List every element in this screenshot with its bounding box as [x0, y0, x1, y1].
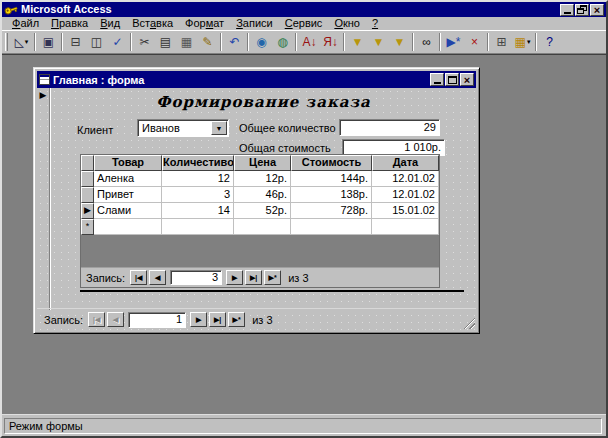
table-cell[interactable] [94, 219, 162, 235]
delete-record-button[interactable]: × [464, 32, 485, 52]
print-preview-button[interactable]: ◫ [86, 32, 107, 52]
help-button[interactable]: ? [539, 32, 560, 52]
new-record-nav-button[interactable]: ▶* [264, 270, 281, 285]
restore-icon [577, 5, 587, 14]
table-cell[interactable]: 138р. [291, 187, 372, 203]
menu-item-edit[interactable]: Правка [45, 17, 94, 30]
record-selector[interactable]: ▶ [81, 203, 94, 219]
app-titlebar[interactable]: Microsoft Access × [2, 2, 606, 17]
combo-dropdown-button[interactable]: ▼ [211, 121, 227, 135]
menu-item-format[interactable]: Формат [179, 17, 230, 30]
datasheet-corner-cell[interactable] [81, 155, 94, 171]
next-record-button[interactable]: ▶ [226, 270, 243, 285]
new-record-nav-button[interactable]: ▶* [228, 312, 245, 327]
table-cell[interactable]: 52р. [234, 203, 291, 219]
undo-button[interactable]: ↶ [224, 32, 245, 52]
table-cell[interactable]: 46р. [234, 187, 291, 203]
help-icon: ? [546, 36, 553, 48]
table-cell[interactable] [372, 219, 439, 235]
form-minimize-button[interactable] [430, 73, 444, 86]
table-cell[interactable]: 14 [162, 203, 234, 219]
form-heading: Формирование заказа [51, 93, 476, 111]
app-restore-button[interactable] [575, 4, 589, 16]
chevron-down-icon: ▼ [216, 125, 223, 132]
menu-item-tools[interactable]: Сервис [279, 17, 329, 30]
filter-by-form-button[interactable]: ▼ [368, 32, 389, 52]
cut-button[interactable]: ✂ [134, 32, 155, 52]
total-quantity-label: Общее количество [239, 122, 336, 134]
new-record-selector[interactable]: * [81, 219, 94, 235]
datasheet-header-row: ТоварКоличестивоЦенаСтоимостьДата [81, 155, 439, 171]
form-maximize-button[interactable] [445, 73, 459, 86]
apply-filter-icon: ▼ [394, 36, 406, 48]
apply-filter-button[interactable]: ▼ [389, 32, 410, 52]
last-record-button[interactable]: ▶| [209, 312, 226, 327]
column-header-1[interactable]: Количестиво [162, 155, 234, 171]
new-record-button[interactable]: ▶* [443, 32, 464, 52]
toolbar-grip[interactable] [5, 33, 8, 51]
table-cell[interactable]: Аленка [94, 171, 162, 187]
total-quantity-field[interactable]: 29 [339, 119, 440, 136]
table-cell[interactable]: Привет [94, 187, 162, 203]
previous-record-button[interactable]: ◀ [149, 270, 166, 285]
record-selector[interactable] [81, 171, 94, 187]
first-record-button[interactable]: |◀ [130, 270, 147, 285]
table-cell[interactable]: Слами [94, 203, 162, 219]
record-number-input[interactable]: 1 [128, 312, 186, 328]
form-titlebar[interactable]: Главная : форма × [37, 71, 476, 88]
menu-item-file[interactable]: Файл [6, 17, 45, 30]
menu-item-help[interactable]: ? [366, 17, 384, 30]
record-label: Запись: [86, 272, 125, 284]
table-cell[interactable] [234, 219, 291, 235]
print-button[interactable]: ⊟ [65, 32, 86, 52]
table-cell[interactable]: 12 [162, 171, 234, 187]
new-object-button[interactable]: ▦▾ [512, 32, 533, 52]
menu-item-insert[interactable]: Вставка [126, 17, 179, 30]
record-selector-bar[interactable]: ▶ [37, 88, 50, 310]
form-close-button[interactable]: × [460, 73, 474, 86]
find-button[interactable]: ∞ [416, 32, 437, 52]
last-record-button[interactable]: ▶| [245, 270, 262, 285]
table-cell[interactable]: 15.01.02 [372, 203, 439, 219]
table-cell[interactable] [162, 219, 234, 235]
app-close-button[interactable]: × [590, 4, 604, 16]
sort-descending-button[interactable]: Я↓ [320, 32, 341, 52]
format-painter-button[interactable]: ✎ [197, 32, 218, 52]
save-button[interactable]: ▣ [38, 32, 59, 52]
next-record-button[interactable]: ▶ [190, 312, 207, 327]
dropdown-arrow-icon[interactable]: ▾ [527, 38, 531, 46]
form-view-button[interactable]: ◺▾ [11, 32, 32, 52]
column-header-2[interactable]: Цена [234, 155, 291, 171]
table-cell[interactable]: 3 [162, 187, 234, 203]
spelling-button[interactable]: ✓ [107, 32, 128, 52]
column-header-0[interactable]: Товар [94, 155, 162, 171]
table-cell[interactable]: 144р. [291, 171, 372, 187]
client-combobox[interactable]: Иванов ▼ [137, 119, 229, 137]
table-cell[interactable]: 12.01.02 [372, 171, 439, 187]
dropdown-arrow-icon[interactable]: ▾ [25, 38, 29, 46]
record-selector[interactable] [81, 187, 94, 203]
first-record-button[interactable]: |◀ [88, 312, 105, 327]
column-header-4[interactable]: Дата [372, 155, 439, 171]
copy-button[interactable]: ▤ [155, 32, 176, 52]
subform-datasheet: ТоварКоличестивоЦенаСтоимостьДатаАленка1… [80, 154, 440, 288]
previous-record-button[interactable]: ◀ [107, 312, 124, 327]
app-minimize-button[interactable] [560, 4, 574, 16]
table-cell[interactable]: 12.01.02 [372, 187, 439, 203]
app-title: Microsoft Access [21, 3, 557, 16]
access-key-icon [2, 2, 19, 18]
paste-button[interactable]: ▦ [176, 32, 197, 52]
sort-ascending-button[interactable]: А↓ [299, 32, 320, 52]
insert-hyperlink-button[interactable]: ◉ [251, 32, 272, 52]
record-number-input[interactable]: 3 [170, 270, 222, 285]
table-cell[interactable] [291, 219, 372, 235]
menu-item-view[interactable]: Вид [94, 17, 126, 30]
web-toolbar-button[interactable]: ◍ [272, 32, 293, 52]
filter-by-selection-button[interactable]: ▼ [347, 32, 368, 52]
table-cell[interactable]: 12р. [234, 171, 291, 187]
database-window-button[interactable]: ⊞ [491, 32, 512, 52]
menu-item-window[interactable]: Окно [328, 17, 366, 30]
column-header-3[interactable]: Стоимость [291, 155, 372, 171]
table-cell[interactable]: 728р. [291, 203, 372, 219]
menu-item-records[interactable]: Записи [230, 17, 279, 30]
